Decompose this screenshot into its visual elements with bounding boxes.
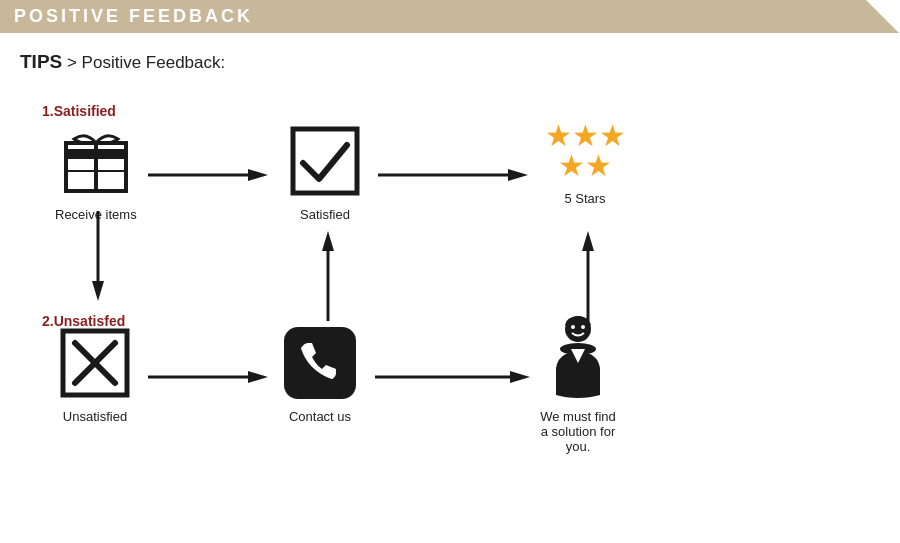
unsatisfied-icon-box: Unsatisfied [55,323,135,424]
five-stars-caption: 5 Stars [564,191,605,206]
tips-prefix: TIPS [20,51,62,72]
svg-marker-9 [508,169,528,181]
person-icon [538,313,618,403]
gift-icon [56,121,136,201]
satisfied-icon-box: Satisfied [285,121,365,222]
svg-marker-16 [248,371,268,383]
arrow-contact-to-satisfied [318,231,338,325]
solution-caption: We must find a solution for you. [540,409,616,454]
unsatisfied-caption: Unsatisfied [63,409,127,424]
five-stars-icon: ★★★ ★★ [540,121,630,181]
checkmark-icon [285,121,365,201]
svg-marker-27 [582,231,594,251]
receive-items-icon-box: Receive items [55,121,137,222]
arrow-receive-to-satisfied [148,165,268,189]
svg-point-24 [581,325,585,329]
satisfied-caption: Satisfied [300,207,350,222]
svg-point-23 [571,325,575,329]
stars-icon-box: ★★★ ★★ 5 Stars [540,121,630,206]
x-icon [55,323,135,403]
arrow-receive-to-unsatisfied [88,211,108,305]
arrow-contact-to-solution [375,367,530,391]
svg-marker-21 [510,371,530,383]
satisfied-label: 1.Satisified [42,103,116,119]
tips-line: TIPS > Positive Feedback: [0,33,900,83]
arrow-unsatisfied-to-contact [148,367,268,391]
phone-icon [280,323,360,403]
tips-text: > Positive Feedback: [67,53,225,72]
arrow-satisfied-to-stars [378,165,528,189]
header-title: POSITIVE FEEDBACK [14,6,253,27]
svg-marker-6 [248,169,268,181]
svg-marker-11 [92,281,104,301]
diagram: 1.Satisified 2.Unsatisfed Receive items [0,83,900,513]
solution-icon-box: We must find a solution for you. [538,313,618,454]
svg-rect-17 [284,327,356,399]
svg-marker-19 [322,231,334,251]
contact-us-icon-box: Contact us [280,323,360,424]
arrow-solution-to-stars [578,231,598,325]
contact-us-caption: Contact us [289,409,351,424]
header-bar: POSITIVE FEEDBACK [0,0,900,33]
